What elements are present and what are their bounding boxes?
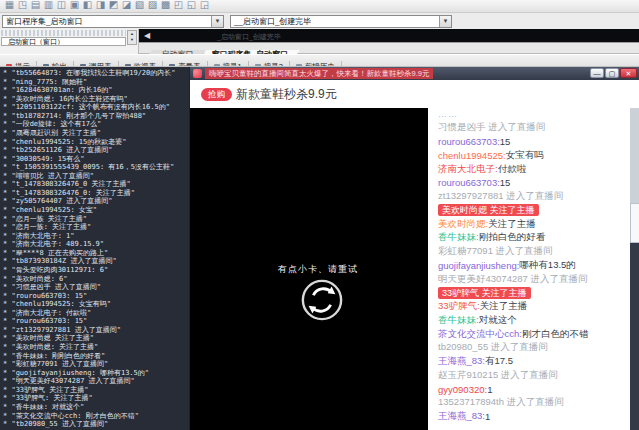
toolbar-icon[interactable]: ◲ bbox=[198, 0, 211, 11]
window-list-item[interactable]: _启动窗口（窗口） bbox=[1, 37, 126, 46]
promo-badge: 抢购 bbox=[201, 88, 232, 101]
close-button[interactable]: ✕ bbox=[620, 68, 637, 78]
console-line: * "香牛妹妹: 刚刚白色的好看" bbox=[3, 352, 189, 361]
console-line: * "恋月一族 关注了主播" bbox=[3, 215, 189, 224]
chat-username[interactable]: guojifayanjiusheng: bbox=[438, 260, 519, 271]
chat-line: 王海燕_83:1 bbox=[428, 410, 630, 424]
chevron-down-icon[interactable]: ▼ bbox=[211, 16, 223, 27]
chat-scrollbar-thumb[interactable] bbox=[630, 203, 639, 243]
toolbar-icon[interactable]: ◳ bbox=[16, 0, 29, 11]
console-line: * "t_1478308326476_0: 关注了主播" bbox=[3, 189, 189, 198]
document-tabs: _启动窗口窗口程序集_启动窗口 bbox=[139, 42, 639, 54]
chat-line: 茶文化交流中心cch:刚才白色的不错 bbox=[428, 327, 630, 341]
chat-system-text: 习惯是凶手 进入了直播间 bbox=[438, 121, 545, 134]
chat-username[interactable]: 美欢时尚媤: bbox=[438, 218, 488, 231]
console-line: * "晟骞晟赶识别 关注了主播" bbox=[3, 129, 189, 138]
refresh-icon[interactable] bbox=[300, 278, 344, 322]
chat-message: 15 bbox=[500, 177, 511, 188]
scroll-spinner[interactable]: ▲ ▼ bbox=[127, 30, 137, 45]
chat-line: 香牛妹妹:刚拍白色的好看 bbox=[428, 231, 630, 245]
chat-panel[interactable]: ⋯ ⋯习惯是凶手 进入了直播间rourou663703:15chenlu1994… bbox=[428, 108, 630, 430]
chat-line: 33驴脾气 关注了主播 bbox=[428, 286, 630, 300]
chat-username[interactable]: rourou663703: bbox=[438, 177, 500, 188]
chat-message: 关注了主播 bbox=[480, 300, 528, 313]
taobao-icon bbox=[193, 69, 202, 78]
chat-line: rourou663703:15 bbox=[428, 176, 630, 190]
code-editor[interactable]: ◀ _启动窗口_创建完毕 bbox=[139, 29, 639, 42]
chat-message: 刚才白色的不错 bbox=[522, 328, 589, 341]
scroll-left-icon[interactable]: ◀ bbox=[144, 31, 150, 40]
toolbar-icon[interactable]: ▣ bbox=[68, 0, 81, 11]
console-line: * "zy505764407 进入了直播间" bbox=[3, 197, 189, 206]
console-line: * "噾噾贝比 进入了直播间" bbox=[3, 172, 189, 181]
chat-username[interactable]: 济南大北电子: bbox=[438, 163, 498, 176]
chat-line: tb20980_55 进入了直播间 bbox=[428, 341, 630, 355]
toolbar-icon[interactable]: ▤ bbox=[29, 0, 42, 11]
chat-username[interactable]: rourou663703: bbox=[438, 136, 500, 147]
chat-line: guojifayanjiusheng:哪种有13.5的 bbox=[428, 259, 630, 273]
event-combobox[interactable]: __启动窗口_创建完毕 ▼ bbox=[230, 15, 452, 28]
chat-line: 13523717894th 进入了直播间 bbox=[428, 396, 630, 410]
chat-username[interactable]: 香牛妹妹: bbox=[438, 231, 479, 244]
toolbar-icon[interactable]: ◧ bbox=[81, 0, 94, 11]
object-combobox[interactable]: 窗口程序集_启动窗口 ▼ bbox=[2, 15, 224, 28]
console-line: * "guojifayanjiusheng: 哪种有13.5的" bbox=[3, 369, 189, 378]
workspace-panel-header bbox=[1, 30, 126, 36]
chat-username[interactable]: gyy090320: bbox=[438, 384, 487, 395]
combo-row: 窗口程序集_启动窗口 ▼ __启动窗口_创建完毕 ▼ bbox=[0, 13, 639, 29]
console-line: * "30030549: 15有么" bbox=[3, 155, 189, 164]
chat-username[interactable]: 王海燕_83: bbox=[438, 355, 485, 368]
chat-line: 香牛妹妹:对就这个 bbox=[428, 314, 630, 328]
chat-line: 美欢时尚媤 关注了主播 bbox=[428, 204, 630, 218]
window-frame-edge bbox=[630, 243, 639, 430]
toolbar-icon[interactable]: ◱ bbox=[185, 0, 198, 11]
console-line: * "12051103122cf: 这个帆布有没有内长16.5的" bbox=[3, 103, 189, 112]
object-combobox-value: 窗口程序集_启动窗口 bbox=[6, 17, 82, 26]
toolbar-icon[interactable]: ◰ bbox=[172, 0, 185, 11]
console-line: * "美欢时尚媤: 6" bbox=[3, 275, 189, 284]
ide-toolbar: ▦◳▤▥◫▣◧◨◩◪▧▨▩◰◱◲ bbox=[0, 0, 639, 13]
toolbar-icon[interactable]: ▥ bbox=[42, 0, 55, 11]
chat-system-text: 彩虹糖77091 进入了直播间 bbox=[438, 245, 553, 258]
console-line: * "33驴脾气: 关注了主播" bbox=[3, 394, 189, 403]
toolbar-icon[interactable]: ▩ bbox=[159, 0, 172, 11]
debug-output-console[interactable]: * "tb55664873: 在哪我找找公主鞋啊19/20的内长"* "ning… bbox=[0, 67, 189, 430]
chat-system-text: zt13297927881 进入了直播间 bbox=[438, 190, 563, 203]
chat-message: 哪种有13.5的 bbox=[519, 259, 576, 272]
toolbar-icon[interactable]: ◪ bbox=[120, 0, 133, 11]
chat-scrollbar[interactable] bbox=[630, 108, 639, 430]
chat-username[interactable]: 33驴脾气: bbox=[438, 300, 480, 313]
console-line: * "济南大北电子: 1" bbox=[3, 232, 189, 241]
console-line: * "tb55664873: 在哪我找找公主鞋啊19/20的内长" bbox=[3, 69, 189, 78]
chat-line: 赵玉芹910215 进入了直播间 bbox=[428, 369, 630, 383]
livestream-popup-window: 嗨咿宝贝童鞋的直播间简直太火爆了，快来看！新款童鞋秒杀9.9元 — ▢ ✕ 抢购… bbox=[189, 67, 639, 430]
console-line: * "习惯是凶手 进入了直播间" bbox=[3, 283, 189, 292]
toolbar-icon[interactable]: ▦ bbox=[3, 0, 16, 11]
console-line: * "rourou663703: 15" bbox=[3, 292, 189, 301]
console-line: * "翠****8 正在去购买的路上" bbox=[3, 249, 189, 258]
chat-username[interactable]: 香牛妹妹: bbox=[438, 314, 479, 327]
chat-username[interactable]: chenlu1994525: bbox=[438, 150, 506, 161]
toolbar-icon[interactable]: ◫ bbox=[55, 0, 68, 11]
spinner-down-icon[interactable]: ▼ bbox=[128, 37, 136, 43]
maximize-button[interactable]: ▢ bbox=[605, 68, 619, 78]
console-line: * "t_1505391555439_0095: 有16，5没有公主鞋" bbox=[3, 163, 189, 172]
toolbar-icon[interactable]: ◨ bbox=[94, 0, 107, 11]
chevron-down-icon[interactable]: ▼ bbox=[439, 16, 451, 27]
console-line: * "骨头爱吃肉肉30112971: 6" bbox=[3, 266, 189, 275]
minimize-button[interactable]: — bbox=[590, 68, 604, 78]
console-line: * "美欢时尚媤 关注了主播" bbox=[3, 334, 189, 343]
chat-follow-badge: 美欢时尚媤 关注了主播 bbox=[438, 204, 539, 216]
toolbar-icon[interactable]: ▨ bbox=[146, 0, 159, 11]
chat-line: rourou663703:15 bbox=[428, 135, 630, 149]
console-line: * "tb252651126 进入了直播间" bbox=[3, 146, 189, 155]
toolbar-icon[interactable]: ◩ bbox=[107, 0, 120, 11]
popup-titlebar[interactable]: 嗨咿宝贝童鞋的直播间简直太火爆了，快来看！新款童鞋秒杀9.9元 — ▢ ✕ bbox=[190, 67, 639, 80]
toolbar-icon[interactable]: ▧ bbox=[133, 0, 146, 11]
chat-username[interactable]: 茶文化交流中心cch: bbox=[438, 328, 522, 341]
chat-line: 习惯是凶手 进入了直播间 bbox=[428, 121, 630, 135]
console-line: * "美欢时尚媤: 关注了主播" bbox=[3, 343, 189, 352]
console-line: * "恋月一族: 关注了主播" bbox=[3, 223, 189, 232]
chat-username[interactable]: 王海燕_83: bbox=[438, 410, 485, 423]
chat-line: zt13297927881 进入了直播间 bbox=[428, 190, 630, 204]
